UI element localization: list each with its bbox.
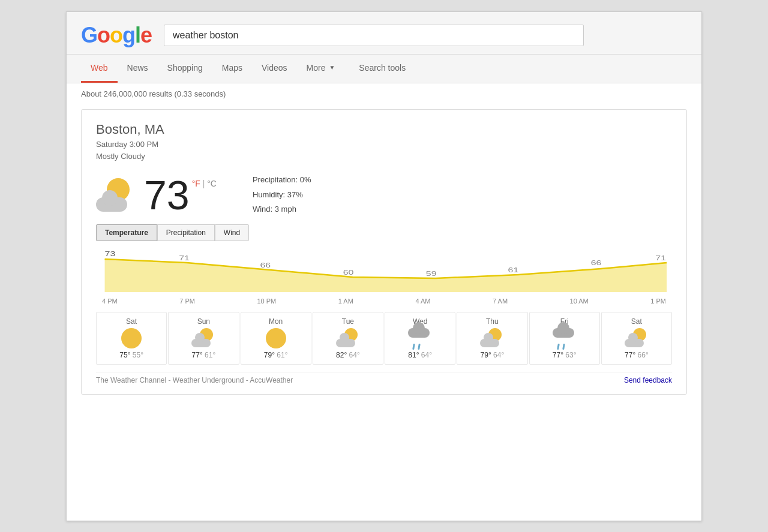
chart-svg: 73 71 66 60 59 61 66 71 <box>96 247 672 295</box>
forecast-day-name: Tue <box>316 317 380 326</box>
forecast-hi: 81° <box>408 351 419 359</box>
nav-videos[interactable]: Videos <box>252 55 297 83</box>
forecast-icon <box>625 328 649 348</box>
nav-web[interactable]: Web <box>81 55 118 83</box>
forecast-row: Sat 75° 55° Sun 77° 61° Mon 79° 61° <box>96 312 672 365</box>
search-bar[interactable] <box>164 25 584 46</box>
wind-label: Wind: 3 mph <box>253 202 311 217</box>
forecast-hi: 79° <box>264 351 275 359</box>
nav-search-tools[interactable]: Search tools <box>349 55 415 83</box>
forecast-hi: 77° <box>553 351 563 359</box>
forecast-day-6[interactable]: Fri 77° 63° <box>529 312 600 365</box>
nav-more[interactable]: More ▼ <box>297 55 345 83</box>
svg-text:59: 59 <box>426 270 437 278</box>
nav-news[interactable]: News <box>118 55 158 83</box>
chart-labels: 4 PM 7 PM 10 PM 1 AM 4 AM 7 AM 10 AM 1 P… <box>96 297 672 305</box>
temperature-button[interactable]: Temperature <box>96 224 157 241</box>
forecast-icon <box>264 328 288 348</box>
precipitation-button[interactable]: Precipitation <box>157 224 215 241</box>
svg-text:71: 71 <box>179 255 190 262</box>
precipitation-label: Precipitation: 0% <box>253 173 311 188</box>
weather-card: Boston, MA Saturday 3:00 PM Mostly Cloud… <box>81 109 687 395</box>
forecast-lo: 64° <box>349 351 360 359</box>
forecast-icon <box>408 328 432 348</box>
svg-text:61: 61 <box>508 267 519 274</box>
temperature-chart: 73 71 66 60 59 61 66 71 4 PM 7 PM 10 PM … <box>96 247 672 305</box>
forecast-hi: 79° <box>481 351 491 359</box>
forecast-hi: 75° <box>119 351 130 359</box>
source-links: The Weather Channel - Weather Undergroun… <box>96 376 293 384</box>
forecast-day-4[interactable]: Wed 81° 64° <box>385 312 455 365</box>
forecast-icon <box>119 328 143 348</box>
results-info: About 246,000,000 results (0.33 seconds) <box>67 83 701 103</box>
forecast-hi: 77° <box>625 351 635 359</box>
weather-location: Boston, MA <box>96 122 672 137</box>
weather-buttons: Temperature Precipitation Wind <box>96 224 672 241</box>
nav-maps[interactable]: Maps <box>212 55 252 83</box>
forecast-lo: 61° <box>277 351 287 359</box>
fahrenheit-unit[interactable]: °F <box>192 179 200 188</box>
forecast-day-name: Mon <box>244 317 308 326</box>
temperature-unit: °F | °C <box>192 179 217 188</box>
forecast-hi: 77° <box>192 351 203 359</box>
forecast-day-1[interactable]: Sun 77° 61° <box>168 312 239 365</box>
chart-label-4: 4 AM <box>415 297 430 305</box>
weather-icon <box>96 177 138 213</box>
forecast-lo: 64° <box>493 351 504 359</box>
forecast-hi: 82° <box>336 351 347 359</box>
humidity-label: Humidity: 37% <box>253 188 311 203</box>
forecast-day-5[interactable]: Thu 79° 64° <box>457 312 527 365</box>
forecast-day-2[interactable]: Mon 79° 61° <box>241 312 311 365</box>
forecast-lo: 64° <box>421 351 432 359</box>
forecast-lo: 55° <box>133 351 143 359</box>
chart-label-5: 7 AM <box>493 297 508 305</box>
forecast-day-name: Sun <box>171 317 236 326</box>
svg-text:73: 73 <box>105 251 116 258</box>
forecast-icon <box>336 328 360 348</box>
page-container: Google Web News Shopping Maps Videos Mor… <box>66 11 702 521</box>
weather-main: 73 °F | °C Precipitation: 0% Humidity: 3… <box>96 173 672 217</box>
forecast-lo: 63° <box>565 351 576 359</box>
forecast-day-name: Thu <box>460 317 524 326</box>
svg-text:71: 71 <box>655 255 666 262</box>
forecast-temps: 77° 63° <box>532 351 597 359</box>
chart-label-1: 7 PM <box>179 297 195 305</box>
svg-text:66: 66 <box>591 260 602 267</box>
header: Google <box>67 12 701 55</box>
chart-label-6: 10 AM <box>570 297 589 305</box>
weather-datetime: Saturday 3:00 PM Mostly Cloudy <box>96 139 672 164</box>
svg-text:60: 60 <box>343 269 354 276</box>
forecast-temps: 79° 64° <box>460 351 524 359</box>
svg-text:66: 66 <box>260 262 271 269</box>
forecast-temps: 81° 64° <box>388 351 452 359</box>
nav-bar: Web News Shopping Maps Videos More ▼ Sea… <box>67 55 701 83</box>
forecast-temps: 77° 61° <box>171 351 236 359</box>
forecast-day-7[interactable]: Sat 77° 66° <box>601 312 672 365</box>
chart-label-7: 1 PM <box>650 297 666 305</box>
wind-button[interactable]: Wind <box>215 224 249 241</box>
cloud-shape <box>96 197 127 212</box>
forecast-day-3[interactable]: Tue 82° 64° <box>313 312 383 365</box>
forecast-day-name: Sat <box>604 317 669 326</box>
chart-label-3: 1 AM <box>338 297 353 305</box>
forecast-temps: 79° 61° <box>244 351 308 359</box>
weather-sources: The Weather Channel - Weather Undergroun… <box>96 372 672 384</box>
feedback-link[interactable]: Send feedback <box>624 376 672 384</box>
chart-label-0: 4 PM <box>102 297 118 305</box>
forecast-temps: 75° 55° <box>99 351 164 359</box>
forecast-temps: 77° 66° <box>604 351 669 359</box>
celsius-unit[interactable]: °C <box>207 179 217 188</box>
forecast-temps: 82° 64° <box>316 351 380 359</box>
chevron-down-icon: ▼ <box>329 64 335 71</box>
search-input[interactable] <box>164 25 584 46</box>
temperature-value: 73 <box>144 175 190 215</box>
nav-shopping[interactable]: Shopping <box>158 55 212 83</box>
forecast-lo: 66° <box>638 351 649 359</box>
chart-label-2: 10 PM <box>257 297 276 305</box>
forecast-day-0[interactable]: Sat 75° 55° <box>96 312 167 365</box>
google-logo[interactable]: Google <box>81 23 152 48</box>
svg-marker-0 <box>105 259 667 292</box>
forecast-day-name: Sat <box>99 317 164 326</box>
forecast-lo: 61° <box>205 351 215 359</box>
forecast-icon <box>480 328 504 348</box>
